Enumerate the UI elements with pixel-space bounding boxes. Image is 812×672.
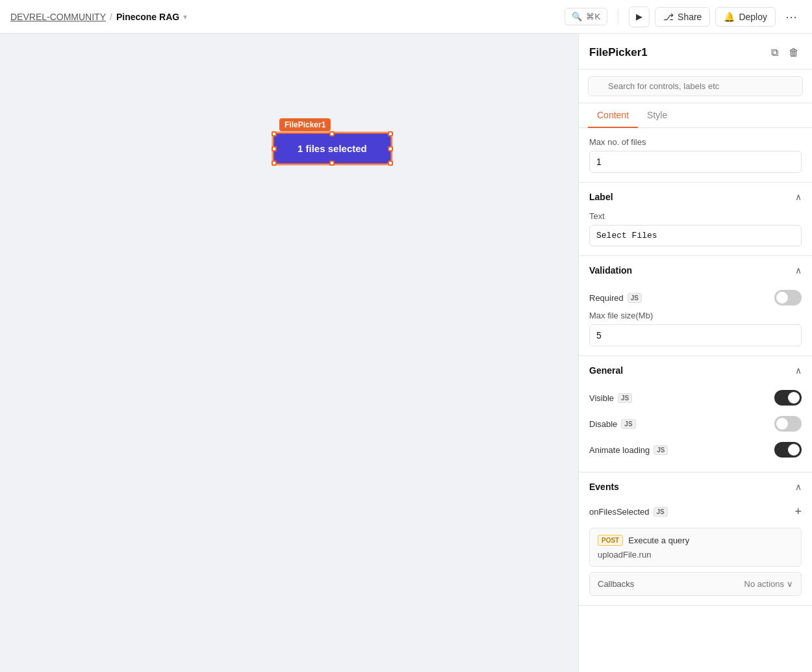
handle-tc[interactable] [329,131,335,136]
general-title: General [589,365,623,376]
max-file-size-label: Max file size(Mb) [589,311,802,320]
label-section-title: Label [589,192,613,202]
action-card[interactable]: POST Execute a query uploadFile.run [589,528,802,567]
tab-content[interactable]: Content [588,103,638,128]
event-js-badge[interactable]: JS [653,507,668,517]
right-panel: FilePicker1 ⧉ 🗑 🔍 Content St [578,34,812,672]
share-button[interactable]: ⎇ Share [655,7,710,27]
search-icon: 🔍 [572,12,582,21]
run-icon: ▶ [636,12,642,21]
share-icon: ⎇ [663,12,674,22]
animate-js-badge[interactable]: JS [653,445,668,455]
disable-row: Disable JS [589,411,802,437]
deploy-label: Deploy [739,12,767,22]
more-icon: ⋯ [785,10,797,24]
post-badge: POST [598,535,623,546]
handle-bl[interactable] [272,161,277,166]
on-files-selected-row: onFilesSelected JS + [589,501,802,523]
handle-bc[interactable] [329,161,335,166]
required-row: Required JS [589,285,802,311]
events-section: Events ∧ onFilesSelected JS + POST Execu… [579,472,812,606]
more-button[interactable]: ⋯ [781,6,802,27]
panel-search-area: 🔍 [579,70,812,103]
handle-ml[interactable] [272,146,277,151]
required-js-badge[interactable]: JS [628,293,642,303]
duplicate-button[interactable]: ⧉ [768,44,781,61]
general-section-header[interactable]: General ∧ [579,356,812,385]
events-title: Events [589,482,619,492]
validation-chevron: ∧ [795,265,802,276]
canvas[interactable]: FilePicker1 1 files selected [0,34,578,672]
text-field-label: Text [589,211,802,221]
animate-toggle[interactable] [774,442,802,458]
topbar: DEVREL-COMMUNITY / Pinecone RAG ▾ 🔍 ⌘K ▶… [0,0,812,34]
breadcrumb-slash: / [110,12,112,22]
widget-container: FilePicker1 1 files selected [273,118,392,164]
handle-tr[interactable] [388,131,393,136]
text-field-input[interactable] [589,225,802,246]
trash-icon: 🗑 [789,47,799,58]
tab-style[interactable]: Style [638,103,676,128]
callbacks-value: No actions ∨ [744,579,793,589]
callbacks-label: Callbacks [598,579,634,589]
deploy-icon: 🔔 [724,12,735,22]
handle-tl[interactable] [272,131,277,136]
delete-button[interactable]: 🗑 [786,44,802,61]
required-toggle[interactable] [774,290,802,305]
general-chevron: ∧ [795,365,802,376]
action-card-header: POST Execute a query [598,535,793,546]
visible-row: Visible JS [589,385,802,411]
panel-header-actions: ⧉ 🗑 [768,44,802,61]
add-event-button[interactable]: + [794,505,802,519]
label-section-header[interactable]: Label ∧ [579,183,812,211]
max-files-input[interactable] [589,151,802,173]
handle-br[interactable] [388,161,393,166]
callbacks-chevron: ∨ [787,579,793,589]
general-section: General ∧ Visible JS Disable JS [579,356,812,472]
visible-label: Visible JS [589,393,632,403]
visible-toggle[interactable] [774,390,802,406]
disable-toggle[interactable] [774,416,802,432]
search-wrap: 🔍 [588,76,803,96]
action-title: Execute a query [628,536,689,545]
panel-search-input[interactable] [588,76,803,96]
share-label: Share [678,12,702,22]
filepicker-button[interactable]: 1 files selected [273,133,392,164]
duplicate-icon: ⧉ [771,47,778,58]
label-section: Label ∧ Text [579,183,812,256]
callbacks-row[interactable]: Callbacks No actions ∨ [589,572,802,596]
animate-row: Animate loading JS [589,437,802,463]
events-section-header[interactable]: Events ∧ [579,472,812,501]
max-files-label: Max no. of files [589,137,802,147]
visible-js-badge[interactable]: JS [618,393,632,403]
main-layout: FilePicker1 1 files selected FilePicker1… [0,34,812,672]
devrel-link[interactable]: DEVREL-COMMUNITY [10,12,106,22]
label-chevron: ∧ [795,192,802,202]
general-section-content: Visible JS Disable JS Animate loading [579,385,812,472]
max-files-section: Max no. of files [579,128,812,183]
animate-label: Animate loading JS [589,445,668,455]
validation-section: Validation ∧ Required JS Max file size(M… [579,256,812,356]
widget-label-tag: FilePicker1 [279,118,331,131]
topbar-search[interactable]: 🔍 ⌘K [565,8,607,25]
handle-mr[interactable] [388,146,393,151]
max-file-size-input[interactable] [589,324,802,346]
events-section-content: onFilesSelected JS + POST Execute a quer… [579,501,812,605]
validation-title: Validation [589,265,632,276]
deploy-button[interactable]: 🔔 Deploy [715,7,776,27]
search-shortcut: ⌘K [586,12,600,21]
events-chevron: ∧ [795,482,802,492]
filepicker-button-text: 1 files selected [298,143,367,154]
breadcrumb: DEVREL-COMMUNITY / Pinecone RAG ▾ [10,12,187,22]
breadcrumb-chevron[interactable]: ▾ [183,12,187,21]
validation-section-content: Required JS Max file size(Mb) [579,285,812,355]
disable-js-badge[interactable]: JS [621,419,635,429]
panel-header: FilePicker1 ⧉ 🗑 [579,34,812,70]
run-button[interactable]: ▶ [629,6,650,27]
disable-label: Disable JS [589,419,636,429]
topbar-divider [618,9,618,25]
action-query: uploadFile.run [598,550,793,560]
project-name[interactable]: Pinecone RAG [116,12,179,22]
label-section-content: Text [579,211,812,255]
validation-section-header[interactable]: Validation ∧ [579,256,812,285]
